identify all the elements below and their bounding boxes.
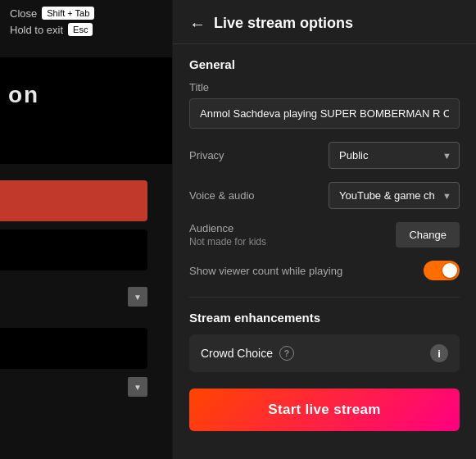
- game-dropdown-2: ▼: [128, 377, 147, 397]
- toggle-knob: [442, 263, 457, 278]
- divider: [189, 297, 460, 298]
- voice-audio-row: Voice & audio YouTube & game chat Game c…: [189, 182, 460, 209]
- voice-audio-label: Voice & audio: [189, 189, 255, 202]
- privacy-select[interactable]: Public Unlisted Private: [329, 142, 460, 169]
- start-live-stream-button[interactable]: Start live stream: [189, 389, 460, 431]
- panel-header: ← Live stream options: [173, 0, 476, 44]
- audience-info: Audience Not made for kids: [189, 222, 266, 248]
- hold-key: Esc: [68, 23, 93, 36]
- crowd-left: Crowd Choice ?: [201, 346, 294, 361]
- panel-content: General Title Privacy Public Unlisted Pr…: [173, 44, 476, 444]
- crowd-choice-label: Crowd Choice: [201, 347, 273, 360]
- keyboard-hints: Close Shift + Tab Hold to exit Esc: [10, 7, 94, 39]
- help-icon[interactable]: ?: [279, 346, 294, 361]
- live-stream-panel: ← Live stream options General Title Priv…: [173, 0, 476, 459]
- viewer-count-label: Show viewer count while playing: [189, 265, 342, 277]
- general-section-label: General: [189, 57, 460, 71]
- game-area: Close Shift + Tab Hold to exit Esc on ▼ …: [0, 0, 172, 459]
- voice-select-wrapper: YouTube & game chat Game chat only None …: [329, 182, 460, 209]
- privacy-row: Privacy Public Unlisted Private ▼: [189, 142, 460, 169]
- privacy-label: Privacy: [189, 149, 224, 161]
- game-black-bar-2: [0, 328, 147, 369]
- change-button[interactable]: Change: [396, 222, 460, 248]
- title-input[interactable]: [189, 98, 460, 129]
- stream-enhancements-label: Stream enhancements: [189, 311, 460, 325]
- game-black-bar: [0, 230, 147, 270]
- game-bg-top: [0, 57, 172, 164]
- close-label: Close: [10, 7, 37, 20]
- close-key: Shift + Tab: [42, 7, 94, 20]
- hold-hint: Hold to exit Esc: [10, 23, 94, 36]
- game-logo: on: [8, 82, 39, 108]
- voice-select[interactable]: YouTube & game chat Game chat only None: [329, 182, 460, 209]
- hold-label: Hold to exit: [10, 24, 63, 36]
- panel-title: Live stream options: [214, 15, 353, 32]
- privacy-select-wrapper: Public Unlisted Private ▼: [329, 142, 460, 169]
- game-orange-bar: [0, 180, 147, 221]
- info-icon[interactable]: i: [430, 344, 448, 362]
- audience-sub: Not made for kids: [189, 236, 266, 248]
- viewer-count-row: Show viewer count while playing: [189, 261, 460, 280]
- audience-title: Audience: [189, 222, 266, 234]
- crowd-choice-row: Crowd Choice ? i: [189, 334, 460, 372]
- back-arrow-icon[interactable]: ←: [189, 16, 206, 32]
- audience-row: Audience Not made for kids Change: [189, 222, 460, 248]
- close-hint: Close Shift + Tab: [10, 7, 94, 20]
- game-dropdown-1: ▼: [128, 287, 147, 307]
- title-field-label: Title: [189, 81, 460, 93]
- viewer-count-toggle[interactable]: [424, 261, 460, 280]
